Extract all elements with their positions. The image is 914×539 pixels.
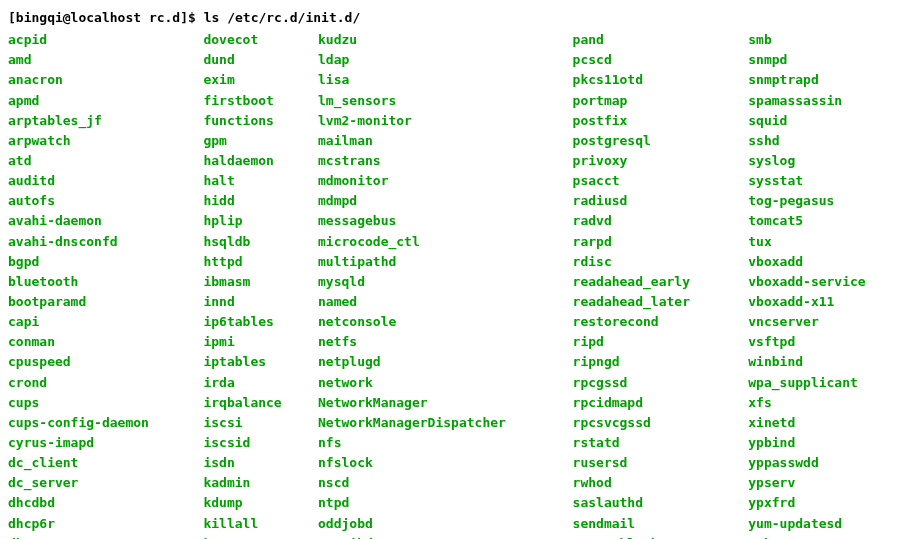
ls-column-4: pandpcscdpkcs11otdportmappostfixpostgres… (573, 30, 731, 539)
ls-entry: smb (748, 30, 906, 50)
ls-column-1: acpidamdanacronapmdarptables_jfarpwatcha… (8, 30, 185, 539)
ls-entry: yppasswdd (748, 453, 906, 473)
ls-column-2: dovecotdundeximfirstbootfunctionsgpmhald… (203, 30, 300, 539)
ls-entry: rpcidmapd (573, 393, 731, 413)
ls-entry: privoxy (573, 151, 731, 171)
ls-entry: dc_client (8, 453, 185, 473)
ls-entry: arptables_jf (8, 111, 185, 131)
ls-entry: cups (8, 393, 185, 413)
ls-entry: postgresql (573, 131, 731, 151)
ls-entry: iptables (203, 352, 300, 372)
ls-entry: nfs (318, 433, 555, 453)
ls-entry: capi (8, 312, 185, 332)
ls-entry: ypserv (748, 473, 906, 493)
ls-entry: iscsi (203, 413, 300, 433)
ls-entry: ip6tables (203, 312, 300, 332)
ls-entry: httpd (203, 252, 300, 272)
ls-entry: dhcp6r (8, 514, 185, 534)
ls-entry: exim (203, 70, 300, 90)
ls-entry: messagebus (318, 211, 555, 231)
terminal-prompt-line: [bingqi@localhost rc.d]$ ls /etc/rc.d/in… (8, 8, 906, 28)
ls-entry: ldap (318, 50, 555, 70)
ls-entry: ntpd (318, 493, 555, 513)
ls-entry: pand (573, 30, 731, 50)
ls-entry: mdmpd (318, 191, 555, 211)
ls-entry: dhcdbd (8, 493, 185, 513)
ls-entry: kprop (203, 534, 300, 539)
ls-entry: rwhod (573, 473, 731, 493)
ls-entry: psacct (573, 171, 731, 191)
ls-entry: avahi-dnsconfd (8, 232, 185, 252)
ls-entry: pkcs11otd (573, 70, 731, 90)
ls-entry: mcstrans (318, 151, 555, 171)
ls-entry: winbind (748, 352, 906, 372)
ls-entry: vsftpd (748, 332, 906, 352)
ls-entry: postfix (573, 111, 731, 131)
ls-entry: dovecot (203, 30, 300, 50)
ls-entry: cpuspeed (8, 352, 185, 372)
ls-entry: named (318, 292, 555, 312)
ls-entry: kdump (203, 493, 300, 513)
ls-entry: vboxadd-service (748, 272, 906, 292)
ls-entry: vncserver (748, 312, 906, 332)
ls-entry: conman (8, 332, 185, 352)
ls-entry: vboxadd (748, 252, 906, 272)
ls-entry: xfs (748, 393, 906, 413)
ls-entry: ypbind (748, 433, 906, 453)
ls-entry: sendmail (573, 514, 731, 534)
ls-column-5: smbsnmpdsnmptrapdspamassassinsquidsshdsy… (748, 30, 906, 539)
ls-entry: arpwatch (8, 131, 185, 151)
ls-entry: ypxfrd (748, 493, 906, 513)
ls-entry: squid (748, 111, 906, 131)
ls-entry: dc_server (8, 473, 185, 493)
ls-entry: hsqldb (203, 232, 300, 252)
ls-entry: openibd (318, 534, 555, 539)
ls-entry: NetworkManager (318, 393, 555, 413)
ls-entry: xinetd (748, 413, 906, 433)
ls-entry: snmpd (748, 50, 906, 70)
ls-output: acpidamdanacronapmdarptables_jfarpwatcha… (8, 30, 906, 539)
ls-entry: anacron (8, 70, 185, 90)
ls-entry: hplip (203, 211, 300, 231)
ls-entry: atd (8, 151, 185, 171)
ls-entry: microcode_ctl (318, 232, 555, 252)
ls-entry: netfs (318, 332, 555, 352)
ls-entry: avahi-daemon (8, 211, 185, 231)
ls-entry: tux (748, 232, 906, 252)
ls-entry: snmptrapd (748, 70, 906, 90)
ls-entry: rpcsvcgssd (573, 413, 731, 433)
ls-entry: cups-config-daemon (8, 413, 185, 433)
ls-entry: bgpd (8, 252, 185, 272)
ls-entry: innd (203, 292, 300, 312)
ls-entry: haldaemon (203, 151, 300, 171)
ls-entry: functions (203, 111, 300, 131)
ls-entry: isdn (203, 453, 300, 473)
ls-entry: mysqld (318, 272, 555, 292)
ls-entry: rpcgssd (573, 373, 731, 393)
ls-entry: halt (203, 171, 300, 191)
ls-entry: radiusd (573, 191, 731, 211)
ls-entry: gpm (203, 131, 300, 151)
ls-entry: dund (203, 50, 300, 70)
ls-entry: netconsole (318, 312, 555, 332)
ls-entry: lm_sensors (318, 91, 555, 111)
ls-entry: auditd (8, 171, 185, 191)
ls-entry: autofs (8, 191, 185, 211)
ls-entry: ipmi (203, 332, 300, 352)
ls-entry: wpa_supplicant (748, 373, 906, 393)
ls-entry: hidd (203, 191, 300, 211)
ls-entry: spamassassin (748, 91, 906, 111)
ls-entry: ripngd (573, 352, 731, 372)
ls-entry: apmd (8, 91, 185, 111)
ls-entry: bootparamd (8, 292, 185, 312)
ls-entry: acpid (8, 30, 185, 50)
ls-entry: setroubleshoot (573, 534, 731, 539)
ls-entry: mdmonitor (318, 171, 555, 191)
ls-entry: readahead_early (573, 272, 731, 292)
ls-entry: restorecond (573, 312, 731, 332)
ls-column-3: kudzuldaplisalm_sensorslvm2-monitormailm… (318, 30, 555, 539)
ls-entry: readahead_later (573, 292, 731, 312)
ls-entry: oddjobd (318, 514, 555, 534)
ls-entry: kudzu (318, 30, 555, 50)
ls-entry: vboxadd-x11 (748, 292, 906, 312)
